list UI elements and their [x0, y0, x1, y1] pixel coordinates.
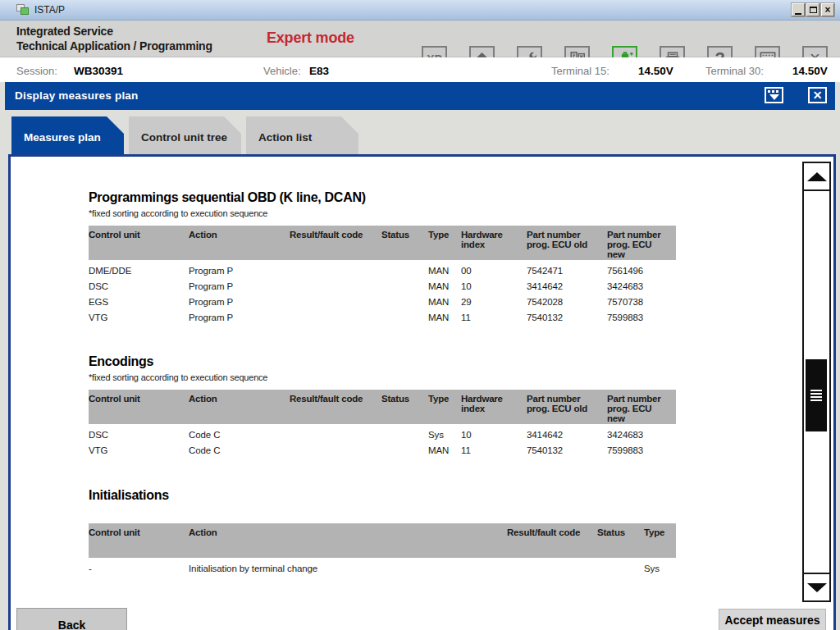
- section-note: [89, 506, 676, 517]
- terminal15-label: Terminal 15:: [551, 63, 609, 78]
- column-header: Result/fault code: [290, 226, 381, 260]
- column-header: Result/fault code: [507, 523, 597, 558]
- arrow-up-icon: [807, 172, 827, 181]
- table-row: EGSProgram PMAN2975420287570738: [89, 291, 676, 307]
- column-header: Type: [428, 390, 461, 424]
- initialisations-table: Control unitActionResult/fault codeStatu…: [89, 523, 676, 573]
- column-header: Control unit: [89, 390, 189, 424]
- section-initialisations: Initialisations Control unitActionResult…: [89, 488, 676, 573]
- column-header: Result/fault code: [290, 390, 381, 424]
- terminal30-value: 14.50V: [792, 63, 828, 78]
- column-header: Part number prog. ECU new: [607, 226, 676, 260]
- minimize-button[interactable]: [792, 3, 805, 16]
- encodings-table: Control unitActionResult/fault codeStatu…: [89, 390, 676, 455]
- maximize-button[interactable]: [806, 3, 819, 16]
- column-header: Status: [381, 390, 428, 424]
- collapse-panel-icon[interactable]: [765, 87, 783, 103]
- column-header: Control unit: [89, 226, 189, 260]
- column-header: Action: [189, 226, 290, 260]
- scroll-up-button[interactable]: [804, 163, 829, 191]
- close-button[interactable]: ×: [821, 3, 834, 16]
- column-header: Part number prog. ECU old: [527, 226, 607, 260]
- table-row: VTGCode CMAN1175401327599883: [89, 440, 676, 455]
- scrollbar-thumb[interactable]: [806, 359, 827, 431]
- column-header: Part number prog. ECU old: [527, 390, 607, 424]
- accept-measures-button[interactable]: Accept measures: [719, 609, 826, 630]
- column-header: Hardware index: [461, 390, 527, 424]
- scroll-down-button[interactable]: [804, 573, 829, 600]
- panel-header: Display measures plan ✕: [5, 82, 835, 110]
- close-panel-icon[interactable]: ✕: [808, 87, 827, 103]
- grip-icon: [810, 390, 822, 401]
- table-row: -Initialisation by terminal changeSys: [89, 558, 676, 573]
- terminal30-label: Terminal 30:: [705, 63, 764, 78]
- section-note: *fixed sorting according to execution se…: [89, 208, 676, 219]
- column-header: Hardware index: [461, 226, 527, 260]
- app-title: Integrated Service Technical Application…: [16, 24, 212, 53]
- vehicle-label: Vehicle:: [263, 63, 301, 78]
- section-title: Encodings: [89, 354, 676, 369]
- session-label: Session:: [16, 63, 57, 78]
- status-row: Session: WB30391 Vehicle: E83 Terminal 1…: [0, 57, 840, 82]
- column-header: Action: [189, 523, 507, 558]
- table-row: DSCCode CSys1034146423424683: [89, 424, 676, 440]
- back-button[interactable]: Back: [16, 608, 127, 630]
- table-row: DSCProgram PMAN1034146423424683: [89, 276, 676, 291]
- column-header: Type: [644, 523, 676, 558]
- section-encodings: Encodings *fixed sorting according to ex…: [89, 354, 676, 455]
- column-header: Type: [428, 226, 461, 260]
- app-icon: [16, 4, 30, 16]
- panel-title: Display measures plan: [15, 89, 139, 102]
- tab-measures-plan[interactable]: Measures plan: [11, 116, 124, 154]
- column-header: Part number prog. ECU new: [607, 390, 676, 424]
- section-title: Initialisations: [89, 488, 676, 503]
- title-bar: ISTA/P ×: [0, 0, 840, 21]
- terminal15-value: 14.50V: [638, 63, 673, 78]
- header-bar: Integrated Service Technical Application…: [0, 21, 840, 57]
- tab-strip: Measures plan Control unit tree Action l…: [0, 110, 840, 154]
- ista-p-window: ISTA/P × Integrated Service Technical Ap…: [0, 0, 840, 630]
- column-header: Control unit: [89, 523, 189, 558]
- column-header: Status: [381, 226, 428, 260]
- section-programmings: Programmings sequential OBD (K line, DCA…: [89, 157, 676, 322]
- session-value: WB30391: [74, 63, 123, 78]
- column-header: Action: [189, 390, 290, 424]
- window-title: ISTA/P: [34, 4, 65, 16]
- table-row: DME/DDEProgram PMAN0075424717561496: [89, 260, 676, 276]
- arrow-down-icon: [807, 583, 827, 592]
- vehicle-value: E83: [309, 63, 329, 78]
- programmings-table: Control unitActionResult/fault codeStatu…: [89, 226, 676, 322]
- tab-control-unit-tree[interactable]: Control unit tree: [129, 116, 241, 154]
- content-panel: Programmings sequential OBD (K line, DCA…: [8, 154, 836, 630]
- section-note: *fixed sorting according to execution se…: [89, 372, 676, 383]
- column-header: Status: [597, 523, 644, 558]
- table-row: VTGProgram PMAN1175401327599883: [89, 307, 676, 322]
- tab-action-list[interactable]: Action list: [246, 116, 358, 154]
- vertical-scrollbar[interactable]: [802, 162, 831, 602]
- section-title: Programmings sequential OBD (K line, DCA…: [89, 190, 676, 205]
- expert-mode-label: Expert mode: [267, 30, 354, 47]
